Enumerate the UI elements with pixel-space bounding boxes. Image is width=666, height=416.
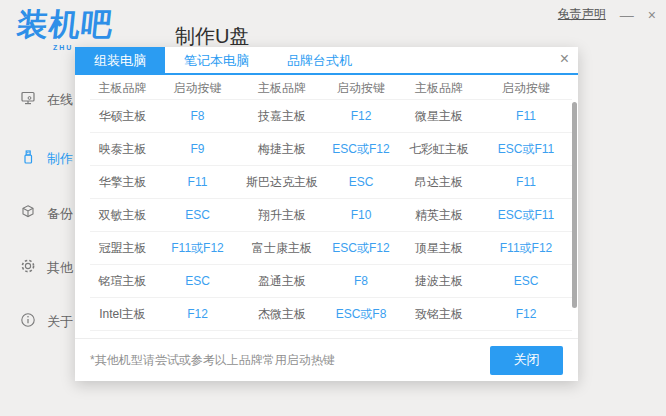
brand-cell: 技嘉主板: [240, 108, 324, 125]
tab-assembled-pc[interactable]: 组装电脑: [75, 47, 165, 75]
footnote-text: *其他机型请尝试或参考以上品牌常用启动热键: [90, 352, 335, 369]
boot-key-cell: F12: [155, 307, 240, 321]
close-dialog-button[interactable]: 关闭: [490, 346, 563, 375]
app-logo-subtext: ZHU: [53, 44, 73, 51]
brand-cell: 斯巴达克主板: [240, 174, 324, 191]
boot-key-cell: F12: [324, 109, 398, 123]
table-header-row: 主板品牌启动按键主板品牌启动按键主板品牌启动按键: [90, 77, 572, 100]
info-icon: [20, 312, 36, 332]
dialog-tab-bar: 组装电脑 笔记本电脑 品牌台式机 ×: [75, 47, 578, 75]
brand-cell: 捷波主板: [398, 273, 480, 290]
boot-key-cell: ESC或F11: [480, 141, 572, 158]
boot-key-table: 主板品牌启动按键主板品牌启动按键主板品牌启动按键华硕主板F8技嘉主板F12微星主…: [90, 77, 572, 331]
boot-key-cell: F9: [155, 142, 240, 156]
table-row: 铭瑄主板ESC盈通主板F8捷波主板ESC: [90, 265, 572, 298]
brand-cell: 冠盟主板: [90, 240, 155, 257]
brand-cell: 精英主板: [398, 207, 480, 224]
boot-key-cell: F12: [480, 307, 572, 321]
table-row: 双敏主板ESC翔升主板F10精英主板ESC或F11: [90, 199, 572, 232]
tab-laptop[interactable]: 笔记本电脑: [165, 47, 268, 75]
sidebar-item-other[interactable]: 其他: [20, 258, 80, 278]
boot-key-cell: F11: [480, 175, 572, 189]
brand-cell: 顶星主板: [398, 240, 480, 257]
boot-key-cell: ESC: [324, 175, 398, 189]
brand-cell: Intel主板: [90, 306, 155, 323]
window-controls: 免责声明 — ×: [558, 6, 656, 23]
dialog-footer: *其他机型请尝试或参考以上品牌常用启动热键 关闭: [75, 338, 578, 381]
table-header-cell: 主板品牌: [240, 80, 324, 97]
brand-cell: 微星主板: [398, 108, 480, 125]
brand-cell: 映泰主板: [90, 141, 155, 158]
table-header-cell: 启动按键: [324, 80, 398, 97]
boot-key-cell: ESC或F12: [324, 240, 398, 257]
brand-cell: 梅捷主板: [240, 141, 324, 158]
tab-brand-desktop[interactable]: 品牌台式机: [268, 47, 371, 75]
brand-cell: 杰微主板: [240, 306, 324, 323]
table-row: 华擎主板F11斯巴达克主板ESC昂达主板F11: [90, 166, 572, 199]
sidebar-item-make-usb[interactable]: 制作: [20, 149, 80, 169]
boot-key-cell: F10: [324, 208, 398, 222]
window-close-icon[interactable]: ×: [648, 8, 656, 22]
brand-cell: 致铭主板: [398, 306, 480, 323]
boot-key-cell: F8: [155, 109, 240, 123]
table-row: 华硕主板F8技嘉主板F12微星主板F11: [90, 100, 572, 133]
boot-key-cell: ESC: [480, 274, 572, 288]
boot-key-cell: F11: [155, 175, 240, 189]
table-row: 冠盟主板F11或F12富士康主板ESC或F12顶星主板F11或F12: [90, 232, 572, 265]
disclaimer-link[interactable]: 免责声明: [558, 6, 606, 23]
boot-key-cell: ESC或F8: [324, 306, 398, 323]
app-window: 装机吧 ZHU 免责声明 — × 制作U盘 在线 制作 备份: [0, 0, 666, 416]
boot-key-cell: F11或F12: [155, 240, 240, 257]
sidebar-item-label: 制作: [47, 150, 73, 168]
table-header-cell: 启动按键: [480, 80, 572, 97]
page-title: 制作U盘: [175, 23, 249, 50]
sidebar-item-label: 在线: [47, 91, 73, 109]
sidebar-item-online-reinstall[interactable]: 在线: [20, 90, 80, 110]
app-logo: 装机吧: [15, 4, 115, 46]
brand-cell: 华硕主板: [90, 108, 155, 125]
sidebar-item-label: 关于: [47, 313, 73, 331]
boot-key-cell: F11或F12: [480, 240, 572, 257]
sidebar-item-backup[interactable]: 备份: [20, 204, 80, 224]
brand-cell: 盈通主板: [240, 273, 324, 290]
boot-key-cell: ESC: [155, 274, 240, 288]
dialog-close-icon[interactable]: ×: [560, 50, 569, 68]
table-header-cell: 主板品牌: [90, 80, 155, 97]
sidebar-item-about[interactable]: 关于: [20, 312, 80, 332]
scrollbar-thumb[interactable]: [572, 102, 577, 308]
brand-cell: 华擎主板: [90, 174, 155, 191]
boot-hotkey-dialog: 组装电脑 笔记本电脑 品牌台式机 × 主板品牌启动按键主板品牌启动按键主板品牌启…: [75, 47, 578, 381]
minimize-icon[interactable]: —: [620, 8, 634, 22]
boot-key-cell: ESC或F12: [324, 141, 398, 158]
boot-key-cell: ESC: [155, 208, 240, 222]
table-row: Intel主板F12杰微主板ESC或F8致铭主板F12: [90, 298, 572, 331]
brand-cell: 昂达主板: [398, 174, 480, 191]
brand-cell: 七彩虹主板: [398, 141, 480, 158]
table-header-cell: 主板品牌: [398, 80, 480, 97]
brand-cell: 翔升主板: [240, 207, 324, 224]
backup-icon: [20, 204, 36, 224]
sidebar-item-label: 备份: [47, 205, 73, 223]
monitor-icon: [20, 90, 36, 110]
sidebar-item-label: 其他: [47, 259, 73, 277]
boot-key-cell: ESC或F11: [480, 207, 572, 224]
table-header-cell: 启动按键: [155, 80, 240, 97]
usb-icon: [20, 149, 36, 169]
brand-cell: 富士康主板: [240, 240, 324, 257]
brand-cell: 铭瑄主板: [90, 273, 155, 290]
brand-cell: 双敏主板: [90, 207, 155, 224]
gear-icon: [20, 258, 36, 278]
boot-key-cell: F11: [480, 109, 572, 123]
table-row: 映泰主板F9梅捷主板ESC或F12七彩虹主板ESC或F11: [90, 133, 572, 166]
boot-key-cell: F8: [324, 274, 398, 288]
